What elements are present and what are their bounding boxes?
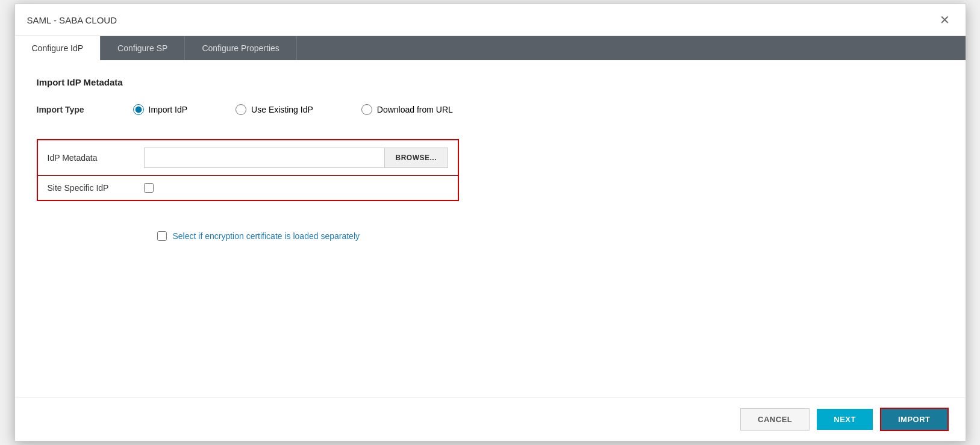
radio-download-from-url-label: Download from URL <box>377 105 453 114</box>
close-button[interactable]: ✕ <box>936 13 953 27</box>
encryption-checkbox[interactable] <box>157 231 167 241</box>
import-type-label: Import Type <box>37 105 133 114</box>
form-section: IdP Metadata BROWSE... Site Specific IdP <box>37 139 460 201</box>
browse-button[interactable]: BROWSE... <box>385 148 449 168</box>
idp-metadata-row: IdP Metadata BROWSE... <box>38 140 458 176</box>
dialog-title: SAML - SABA CLOUD <box>27 15 117 25</box>
radio-import-idp-label: Import IdP <box>149 105 188 114</box>
saml-dialog: SAML - SABA CLOUD ✕ Configure IdP Config… <box>14 4 966 441</box>
tab-configure-idp[interactable]: Configure IdP <box>15 36 101 60</box>
site-specific-row: Site Specific IdP <box>38 176 458 200</box>
radio-download-from-url-input[interactable] <box>361 104 372 115</box>
radio-options: Import IdP Use Existing IdP Download fro… <box>133 104 453 115</box>
import-button[interactable]: IMPORT <box>880 408 949 431</box>
radio-use-existing-idp-label: Use Existing IdP <box>251 105 313 114</box>
tabs-bar: Configure IdP Configure SP Configure Pro… <box>15 36 966 60</box>
close-icon: ✕ <box>940 13 950 26</box>
encryption-row: Select if encryption certificate is load… <box>157 231 944 241</box>
radio-import-idp[interactable]: Import IdP <box>133 104 188 115</box>
idp-metadata-input[interactable] <box>144 148 385 168</box>
radio-use-existing-idp[interactable]: Use Existing IdP <box>236 104 313 115</box>
encryption-label[interactable]: Select if encryption certificate is load… <box>173 231 360 241</box>
title-bar: SAML - SABA CLOUD ✕ <box>15 4 966 36</box>
file-input-group: BROWSE... <box>144 148 449 168</box>
radio-use-existing-idp-input[interactable] <box>236 104 246 115</box>
footer: CANCEL NEXT IMPORT <box>15 397 966 441</box>
site-specific-label: Site Specific IdP <box>48 183 144 193</box>
radio-download-from-url[interactable]: Download from URL <box>361 104 453 115</box>
tab-configure-properties[interactable]: Configure Properties <box>185 36 296 60</box>
radio-import-idp-input[interactable] <box>133 104 144 115</box>
next-button[interactable]: NEXT <box>817 409 873 430</box>
content-area: Import IdP Metadata Import Type Import I… <box>15 60 966 397</box>
import-type-row: Import Type Import IdP Use Existing IdP … <box>37 104 944 115</box>
site-specific-checkbox[interactable] <box>144 183 154 193</box>
cancel-button[interactable]: CANCEL <box>740 408 810 431</box>
idp-metadata-label: IdP Metadata <box>48 153 144 163</box>
section-title: Import IdP Metadata <box>37 77 944 87</box>
tab-configure-sp[interactable]: Configure SP <box>101 36 185 60</box>
